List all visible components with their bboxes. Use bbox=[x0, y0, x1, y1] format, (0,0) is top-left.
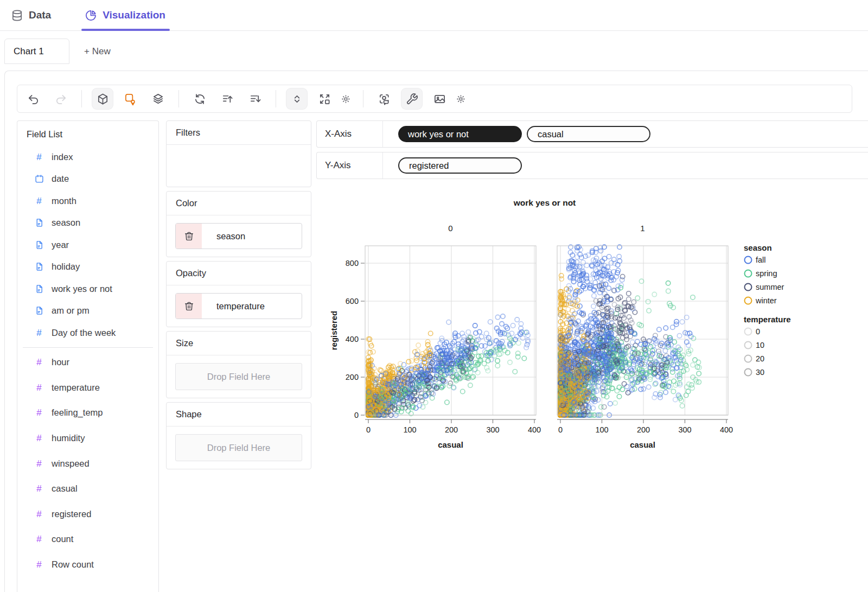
new-chart-button[interactable]: + New bbox=[79, 39, 116, 64]
svg-text:800: 800 bbox=[346, 259, 359, 268]
field-item-registered[interactable]: #registered bbox=[17, 501, 158, 527]
field-item-label: date bbox=[52, 174, 69, 184]
y-axis-shelf: Y-Axis registered bbox=[316, 152, 868, 179]
field-item-count[interactable]: #count bbox=[17, 527, 158, 552]
field-item-humidity[interactable]: #humidity bbox=[17, 425, 158, 451]
field-item-winspeed[interactable]: #winspeed bbox=[17, 451, 158, 476]
encoding-pill-season[interactable]: season bbox=[175, 223, 302, 249]
field-item-label: temperature bbox=[52, 383, 100, 393]
top-tab-visualization[interactable]: Visualization bbox=[85, 0, 165, 30]
hash-icon: # bbox=[36, 152, 41, 162]
svg-text:600: 600 bbox=[346, 297, 359, 305]
toolbar-button-gear[interactable] bbox=[454, 88, 468, 109]
x-axis-pill-area[interactable]: work yes or notcasual bbox=[383, 121, 650, 147]
legend-entry-summer[interactable]: summer bbox=[745, 283, 784, 291]
field-item-label: Day of the week bbox=[52, 328, 116, 338]
toolbar-button-sort-desc[interactable] bbox=[245, 88, 265, 109]
toolbar-button-refresh[interactable] bbox=[189, 88, 210, 109]
field-item-label: year bbox=[52, 240, 69, 250]
field-item-hour[interactable]: #hour bbox=[17, 350, 158, 375]
hash-icon: # bbox=[36, 408, 41, 417]
encoding-shape: ShapeDrop Field Here bbox=[166, 402, 311, 469]
wrench-icon bbox=[406, 93, 418, 105]
undo-icon bbox=[27, 93, 40, 105]
toolbar-button-gear[interactable] bbox=[339, 88, 353, 109]
hash-icon: # bbox=[36, 484, 41, 493]
field-item-holiday[interactable]: holiday bbox=[17, 256, 158, 278]
field-item-label: holiday bbox=[52, 262, 80, 272]
encoding-title: Color bbox=[167, 192, 311, 215]
dimension-measure-divider bbox=[23, 347, 153, 348]
trash-icon bbox=[184, 231, 194, 241]
field-item-feeling-temp[interactable]: #feeling_temp bbox=[17, 400, 158, 426]
x-axis-shelf: X-Axis work yes or notcasual bbox=[316, 120, 868, 148]
svg-text:10: 10 bbox=[756, 341, 764, 349]
remove-field-button[interactable] bbox=[176, 224, 202, 249]
field-item-label: casual bbox=[52, 483, 78, 494]
drop-zone-shape[interactable]: Drop Field Here bbox=[175, 434, 302, 461]
encoding-body: season bbox=[167, 215, 311, 257]
field-item-index[interactable]: #index bbox=[17, 146, 158, 168]
legend-entry-30[interactable]: 30 bbox=[745, 368, 765, 377]
legend-entry-10[interactable]: 10 bbox=[745, 341, 765, 349]
field-item-label: winspeed bbox=[52, 459, 90, 469]
toolbar-button-resize[interactable] bbox=[314, 88, 335, 109]
svg-text:100: 100 bbox=[595, 425, 608, 434]
field-item-casual[interactable]: #casual bbox=[17, 476, 158, 501]
svg-text:casual: casual bbox=[438, 440, 463, 449]
drop-zone-label: Drop Field Here bbox=[207, 443, 270, 453]
toolbar-button-sort-asc[interactable] bbox=[217, 88, 238, 109]
toolbar-button-chevrons-up-down[interactable] bbox=[286, 88, 307, 109]
field-item-label: registered bbox=[52, 509, 91, 519]
legend-entry-20[interactable]: 20 bbox=[745, 354, 765, 363]
legend-entry-fall[interactable]: fall bbox=[745, 256, 766, 264]
toolbar-button-layers[interactable] bbox=[148, 88, 168, 109]
document-icon bbox=[35, 262, 44, 271]
encodings-column: FiltersColorseasonOpacitytemperatureSize… bbox=[166, 120, 311, 469]
field-item-row-count[interactable]: #Row count bbox=[17, 552, 158, 577]
axis-pill-casual[interactable]: casual bbox=[527, 126, 650, 142]
field-item-label: feeling_temp bbox=[52, 408, 103, 418]
svg-text:0: 0 bbox=[756, 327, 760, 336]
legend-entry-0[interactable]: 0 bbox=[745, 327, 761, 336]
svg-text:400: 400 bbox=[528, 425, 541, 434]
field-item-work-yes-or-not[interactable]: work yes or not bbox=[17, 278, 158, 300]
field-item-month[interactable]: #month bbox=[17, 190, 158, 212]
field-item-label: hour bbox=[52, 357, 69, 367]
toolbar-button-limit[interactable] bbox=[120, 88, 141, 109]
axis-pill-registered[interactable]: registered bbox=[398, 157, 522, 174]
field-item-am-or-pm[interactable]: am or pm bbox=[17, 300, 158, 322]
pie-chart-icon bbox=[85, 9, 97, 22]
svg-text:400: 400 bbox=[346, 335, 359, 343]
sort-desc-icon bbox=[249, 93, 261, 105]
field-item-temperature[interactable]: #temperature bbox=[17, 375, 158, 400]
toolbar-button-wrench[interactable] bbox=[401, 88, 422, 109]
chart-legend: seasonfallspringsummerwintertemperature0… bbox=[744, 243, 791, 377]
y-axis-shelf-label: Y-Axis bbox=[317, 152, 383, 179]
y-axis-pill-area[interactable]: registered bbox=[383, 152, 522, 179]
toolbar-button-scan-annotate[interactable] bbox=[374, 88, 394, 109]
field-item-day-of-the-week[interactable]: #Day of the week bbox=[17, 322, 158, 344]
top-tab-data[interactable]: Data bbox=[11, 0, 51, 30]
hash-icon: # bbox=[36, 328, 41, 338]
document-icon bbox=[35, 218, 44, 227]
encoding-pill-temperature[interactable]: temperature bbox=[175, 293, 302, 319]
remove-field-button[interactable] bbox=[176, 294, 202, 319]
hash-icon: # bbox=[36, 383, 41, 392]
field-item-season[interactable]: season bbox=[17, 212, 158, 234]
legend-entry-spring[interactable]: spring bbox=[745, 269, 777, 278]
toolbar-button-undo[interactable] bbox=[23, 88, 43, 109]
toolbar-button-image-export[interactable] bbox=[429, 88, 450, 109]
drop-zone-label: Drop Field Here bbox=[207, 372, 270, 382]
tab-chart-1[interactable]: Chart 1 bbox=[4, 39, 69, 64]
axis-pill-work-yes-or-not[interactable]: work yes or not bbox=[398, 126, 522, 142]
field-item-year[interactable]: year bbox=[17, 234, 158, 256]
drop-zone-size[interactable]: Drop Field Here bbox=[175, 363, 302, 390]
field-list-title: Field List bbox=[17, 121, 158, 146]
field-item-date[interactable]: date bbox=[17, 168, 158, 190]
hash-icon: # bbox=[36, 434, 41, 443]
encoding-body[interactable] bbox=[167, 145, 311, 187]
toolbar-button-cube[interactable] bbox=[92, 88, 113, 109]
toolbar-divider bbox=[178, 90, 179, 107]
legend-entry-winter[interactable]: winter bbox=[745, 296, 777, 305]
